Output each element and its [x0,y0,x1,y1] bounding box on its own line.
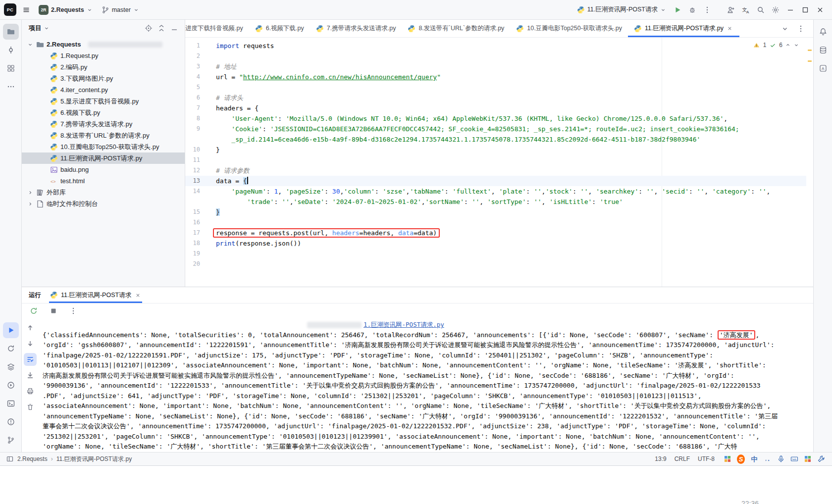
minimize-button[interactable] [783,3,797,17]
tree-item[interactable]: 临时文件和控制台 [22,198,185,209]
sogou-logo[interactable]: S [736,454,746,464]
console-output[interactable]: 1.巨潮资讯网-POST请求.py {'classifiedAnnounceme… [39,318,813,452]
project-widget[interactable]: 2R 2.Requests [35,3,96,17]
tool-project[interactable] [3,24,19,40]
settings-button[interactable] [769,3,782,17]
ime-chinese[interactable]: 中 [749,454,759,464]
run-panel: 运行 11.巨潮资讯网-POST请求 1.巨潮 [22,287,813,452]
stop-button[interactable] [48,305,59,317]
chevron-down-icon[interactable] [44,25,50,31]
tool-services[interactable] [3,359,19,375]
ime-toolbox[interactable] [816,454,826,464]
line-number: 12 [185,165,203,176]
close-tab-icon[interactable] [727,25,733,32]
python-icon [50,143,58,151]
tool-problems[interactable] [3,414,19,430]
chevron-down-icon [133,7,139,13]
editor-tab[interactable]: 7.携带请求头发送请求.py [310,20,402,37]
ime-skin[interactable] [803,454,813,464]
tree-item[interactable]: 10.豆瓣电影Top250-获取请求头.py [22,141,185,152]
ime-keyboard[interactable] [789,454,799,464]
editor-tab[interactable]: 8.发送带有`URL`参数的请求.py [402,20,510,37]
ime-punctuation[interactable]: ，。 [763,454,773,464]
activity-bar-bottom [3,322,19,448]
locate-file-button[interactable] [143,23,154,34]
rerun-button[interactable] [28,305,40,317]
run-tab[interactable]: 11.巨潮资讯网-POST请求 [49,287,142,303]
tree-item[interactable]: baidu.png [22,164,185,175]
tree-item[interactable]: 7.携带请求头发送请求.py [22,118,185,130]
ime-voice[interactable] [776,454,786,464]
line-number: 7 [185,103,203,113]
collapse-all-button[interactable] [156,23,167,34]
error-stripe[interactable] [806,38,813,287]
soft-wrap-button[interactable] [24,353,37,366]
branch-widget[interactable]: master [98,4,143,16]
status-project[interactable]: 2.Requests [17,455,48,462]
tool-python-console[interactable] [3,377,19,393]
line-separator[interactable]: CRLF [675,455,690,462]
scroll-up-button[interactable] [24,321,37,334]
tree-item[interactable]: 6.视频下载.py [22,107,185,118]
tool-more[interactable] [3,79,19,95]
inspections-widget[interactable]: 1 6 [750,40,802,50]
editor-tab[interactable]: 10.豆瓣电影Top250-获取请求头.py [510,20,628,37]
tool-terminal[interactable] [3,396,19,411]
tab-options-button[interactable] [795,23,806,34]
tree-chevron-icon[interactable] [27,201,34,207]
file-encoding[interactable]: UTF-8 [698,455,715,462]
hide-panel-button[interactable] [169,23,180,34]
close-run-tab-icon[interactable] [134,292,141,299]
tree-chevron-icon[interactable] [27,42,34,48]
tree-item[interactable]: 8.发送带有`URL`参数的请求.py [22,130,185,141]
tree-item[interactable]: 5.显示进度下载抖音视频.py [22,96,185,107]
tree-chevron-icon[interactable] [27,190,34,196]
status-file[interactable]: 11.巨潮资讯网-POST请求.py [56,455,132,463]
tree-item[interactable]: <>test.html [22,175,185,187]
run-more-button[interactable] [700,3,714,17]
tool-sync[interactable] [3,341,19,356]
scroll-to-end-button[interactable] [24,369,37,382]
chevron-up-icon[interactable] [785,42,791,48]
tab-list-button[interactable] [780,23,790,34]
tool-window-layout-icon[interactable] [6,455,14,463]
debug-button[interactable] [685,3,699,17]
tool-commit[interactable] [3,42,19,58]
tool-notifications[interactable] [815,24,831,40]
maximize-button[interactable] [798,3,812,17]
run-button[interactable] [671,3,684,17]
close-button[interactable] [813,3,827,17]
run-more-options-button[interactable] [67,305,79,317]
tree-item[interactable]: 1.Request.py [22,50,185,61]
editor-tab[interactable]: 6.视频下载.py [249,20,310,37]
run-config-selector[interactable]: 11.巨潮资讯网-POST请求 [573,3,670,16]
editor-tab[interactable]: 11.巨潮资讯网-POST请求.py [628,20,739,37]
terminal-icon [7,400,15,407]
tree-item[interactable]: 外部库 [22,187,185,198]
search-everywhere-button[interactable] [754,3,768,17]
tool-database[interactable] [815,42,831,58]
tool-version-control[interactable] [3,432,19,448]
tree-item[interactable]: 2.Requests [22,39,185,50]
tree-item[interactable]: 11.巨潮资讯网-POST请求.py [22,152,185,164]
clear-all-button[interactable] [24,401,37,413]
tree-item[interactable]: 4.iter_content.py [22,84,185,96]
tool-run[interactable] [3,322,19,338]
tool-structure[interactable] [3,60,19,76]
tree-item[interactable]: 3.下载网络图片.py [22,73,185,84]
print-button[interactable] [24,385,37,398]
code-text: print(response.json()) [216,238,301,249]
tree-item[interactable]: 2.编码.py [22,61,185,73]
svg-text:<>: <> [51,179,56,184]
caret-position[interactable]: 13:9 [655,455,666,462]
main-menu-button[interactable] [19,3,33,17]
code-editor[interactable]: 1import requests23# 地址4url = "http://www… [185,38,813,287]
console-file-link[interactable]: 1.巨潮资讯网-POST请求.py [364,320,444,330]
chevron-down-icon[interactable] [793,42,799,48]
plugin-widget[interactable] [723,454,732,464]
add-user-button[interactable] [724,3,738,17]
editor-tab[interactable]: 进度下载抖音视频.py [185,20,249,37]
scroll-down-button[interactable] [24,337,37,350]
translate-button[interactable]: 文A [739,3,753,17]
tool-ai-assistant[interactable]: A [815,60,831,76]
